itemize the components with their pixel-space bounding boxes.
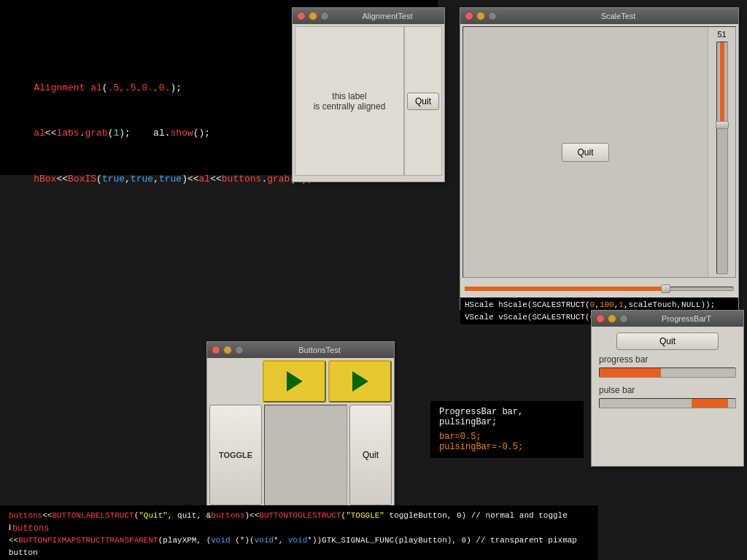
- buttons-title: ButtonsTest: [249, 346, 390, 354]
- close-button-buttons[interactable]: [212, 346, 220, 354]
- pb-progress-track: [599, 368, 736, 378]
- vscale-track[interactable]: [716, 42, 728, 274]
- scale-inner-content: Quit: [463, 27, 708, 277]
- pb-code-area: ProgressBar bar, pulsingBar; bar=0.5; pu…: [430, 401, 584, 458]
- minimize-button-scale[interactable]: [476, 12, 485, 20]
- buttons-window: ButtonsTest TOGGLE Quit: [206, 341, 395, 510]
- pb-progress-label: progress bar: [595, 353, 740, 366]
- vscale-thumb[interactable]: [716, 121, 729, 129]
- pb-pulse-label: pulse bar: [595, 384, 740, 397]
- pb-quit-button[interactable]: Quit: [616, 332, 719, 350]
- scale-titlebar: ScaleTest: [460, 8, 738, 24]
- maximize-button-alignment[interactable]: [320, 12, 329, 20]
- maximize-button-scale[interactable]: [488, 12, 497, 20]
- scale-window: ScaleTest Quit 51 HScale hScale(SCALESTR…: [460, 7, 739, 310]
- minimize-button-pb[interactable]: [608, 314, 616, 323]
- buttons-empty-area: [264, 405, 347, 505]
- alignment-quit-area: Quit: [405, 27, 441, 175]
- alignment-inner: this label is centrally aligned Quit: [295, 26, 442, 176]
- pb-code-line1: ProgressBar bar, pulsingBar;: [439, 407, 575, 427]
- buttons-quit-button[interactable]: Quit: [349, 405, 392, 505]
- buttons-top-row: [263, 360, 392, 402]
- pb-code-line2: bar=0.5;: [439, 432, 575, 442]
- bottom-code-area: buttons<<BUTTONLABELSTRUCT("Quit", quit,…: [0, 505, 598, 560]
- progressbar-content: Quit progress bar pulse bar: [592, 327, 743, 413]
- hscale-thumb[interactable]: [661, 284, 670, 293]
- progressbar-titlebar: ProgressBarT: [592, 311, 743, 327]
- alignment-title: AlignmentTest: [335, 12, 440, 20]
- alignment-label: this label is centrally aligned: [314, 91, 386, 112]
- scale-main-area: Quit 51: [462, 26, 736, 278]
- hscale-track[interactable]: [465, 282, 734, 295]
- pb-progress-fill: [600, 368, 661, 377]
- buttons-content: TOGGLE Quit: [207, 358, 394, 508]
- close-button-pb[interactable]: [596, 314, 605, 323]
- pb-pulse-track: [599, 398, 736, 408]
- maximize-button-pb[interactable]: [619, 314, 628, 323]
- close-button-scale[interactable]: [465, 12, 473, 20]
- maximize-button-buttons[interactable]: [235, 346, 244, 354]
- play-button-2[interactable]: [328, 360, 392, 402]
- bottom-code-line2: <<BUTTONPIXMAPSTRUCTTRANSPARENT(playXPM,…: [9, 534, 589, 559]
- pb-code-line3: pulsingBar=-0.5;: [439, 442, 575, 452]
- close-button-alignment[interactable]: [297, 12, 306, 20]
- scale-title: ScaleTest: [503, 12, 734, 20]
- pb-quit-area: Quit: [595, 330, 740, 353]
- hscale-container: [460, 280, 738, 298]
- play-icon-2: [352, 371, 368, 392]
- buttons-bottom-row: TOGGLE Quit: [209, 405, 392, 505]
- vscale-container: 51: [708, 27, 735, 277]
- buttons-titlebar: ButtonsTest: [207, 342, 394, 358]
- buttons-label: buttons: [11, 524, 50, 534]
- toggle-button[interactable]: TOGGLE: [209, 405, 262, 505]
- bottom-code-lines: buttons<<BUTTONLABELSTRUCT("Quit", quit,…: [9, 510, 589, 560]
- bottom-code-line1: buttons<<BUTTONLABELSTRUCT("Quit", quit,…: [9, 510, 589, 534]
- vscale-fill: [720, 42, 724, 123]
- progressbar-window: ProgressBarT Quit progress bar pulse bar: [591, 310, 744, 467]
- vscale-value: 51: [717, 30, 726, 39]
- minimize-button-buttons[interactable]: [223, 346, 232, 354]
- play-icon-1: [287, 371, 303, 392]
- alignment-quit-button[interactable]: Quit: [407, 93, 439, 110]
- scale-quit-button[interactable]: Quit: [562, 143, 608, 162]
- play-button-1[interactable]: [263, 360, 326, 402]
- alignment-content: this label is centrally aligned Quit: [293, 26, 444, 176]
- minimize-button-alignment[interactable]: [309, 12, 317, 20]
- alignment-label-area: this label is centrally aligned: [295, 27, 404, 175]
- alignment-window: AlignmentTest this label is centrally al…: [292, 7, 445, 182]
- hscale-fill: [465, 287, 664, 291]
- progressbar-title: ProgressBarT: [634, 314, 739, 323]
- alignment-titlebar: AlignmentTest: [293, 8, 444, 24]
- pb-pulse-fill: [692, 399, 728, 408]
